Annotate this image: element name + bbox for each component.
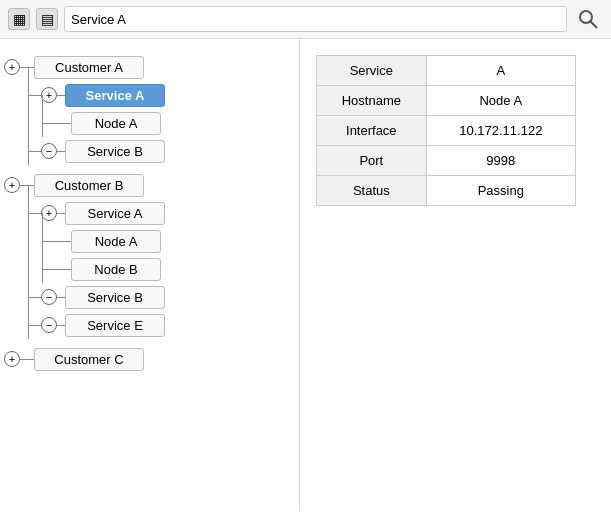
detail-value-3: 9998 <box>426 146 575 176</box>
collapse-all-button[interactable]: ▤ <box>36 8 58 30</box>
node-a-2-row: Node A <box>42 227 299 255</box>
customer-b-box[interactable]: Customer B <box>34 174 144 197</box>
search-icon <box>577 8 599 30</box>
service-a-2-toggle[interactable]: + <box>41 205 57 221</box>
h-connector3 <box>43 123 71 124</box>
detail-value-0: A <box>426 56 575 86</box>
service-e-box[interactable]: Service E <box>65 314 165 337</box>
tree-panel: + Customer A + Service A <box>0 39 300 510</box>
service-a-2-box[interactable]: Service A <box>65 202 165 225</box>
detail-row-4: StatusPassing <box>317 176 576 206</box>
detail-label-3: Port <box>317 146 427 176</box>
svg-line-1 <box>591 22 598 29</box>
detail-value-4: Passing <box>426 176 575 206</box>
detail-panel: ServiceAHostnameNode AInterface10.172.11… <box>300 39 611 510</box>
service-e-toggle[interactable]: − <box>41 317 57 333</box>
service-b-1-row: − Service B <box>28 137 299 165</box>
expand-all-button[interactable]: ▦ <box>8 8 30 30</box>
h-connector2 <box>57 95 65 96</box>
h-conn-b2 <box>57 213 65 214</box>
node-b-box[interactable]: Node B <box>71 258 161 281</box>
h-conn-b4 <box>43 269 71 270</box>
expand-icon: ▦ <box>13 11 26 27</box>
connector-line-b <box>20 185 34 186</box>
service-a-2-row: + Service A <box>28 199 299 227</box>
customer-a-section: + Customer A + Service A <box>0 53 299 165</box>
customer-c-toggle[interactable]: + <box>4 351 20 367</box>
service-a-1-toggle[interactable]: + <box>41 87 57 103</box>
search-input[interactable]: Service A <box>64 6 567 32</box>
detail-row-1: HostnameNode A <box>317 86 576 116</box>
node-b-row: Node B <box>42 255 299 283</box>
detail-label-0: Service <box>317 56 427 86</box>
h-conn-b6 <box>57 297 65 298</box>
detail-row-0: ServiceA <box>317 56 576 86</box>
h-conn-b7 <box>29 325 41 326</box>
collapse-icon: ▤ <box>41 11 54 27</box>
tree-container: + Customer A + Service A <box>0 47 299 383</box>
service-e-row: − Service E <box>28 311 299 339</box>
detail-table: ServiceAHostnameNode AInterface10.172.11… <box>316 55 576 206</box>
service-b-2-box[interactable]: Service B <box>65 286 165 309</box>
customer-c-section: + Customer C <box>0 345 299 373</box>
connector-line <box>20 67 34 68</box>
customer-c-box[interactable]: Customer C <box>34 348 144 371</box>
h-conn-b8 <box>57 325 65 326</box>
service-a-1-box[interactable]: Service A <box>65 84 165 107</box>
service-a-1-row: + Service A <box>28 81 299 109</box>
connector-line-c <box>20 359 34 360</box>
detail-label-4: Status <box>317 176 427 206</box>
node-a-1-row: Node A <box>42 109 299 137</box>
customer-b-section: + Customer B + Service A <box>0 171 299 339</box>
h-conn-b1 <box>29 213 41 214</box>
svg-point-0 <box>580 11 592 23</box>
toolbar: ▦ ▤ Service A <box>0 0 611 39</box>
node-a-2-box[interactable]: Node A <box>71 230 161 253</box>
customer-b-toggle[interactable]: + <box>4 177 20 193</box>
service-b-1-box[interactable]: Service B <box>65 140 165 163</box>
h-connector <box>29 95 41 96</box>
service-b-2-row: − Service B <box>28 283 299 311</box>
service-b-2-toggle[interactable]: − <box>41 289 57 305</box>
h-conn-b5 <box>29 297 41 298</box>
search-button[interactable] <box>573 6 603 32</box>
detail-label-1: Hostname <box>317 86 427 116</box>
detail-value-1: Node A <box>426 86 575 116</box>
node-a-1-box[interactable]: Node A <box>71 112 161 135</box>
h-connector5 <box>57 151 65 152</box>
detail-row-3: Port9998 <box>317 146 576 176</box>
detail-value-2: 10.172.11.122 <box>426 116 575 146</box>
h-conn-b3 <box>43 241 71 242</box>
customer-a-box[interactable]: Customer A <box>34 56 144 79</box>
main-layout: + Customer A + Service A <box>0 39 611 510</box>
detail-row-2: Interface10.172.11.122 <box>317 116 576 146</box>
service-b-1-toggle[interactable]: − <box>41 143 57 159</box>
h-connector4 <box>29 151 41 152</box>
customer-a-toggle[interactable]: + <box>4 59 20 75</box>
detail-label-2: Interface <box>317 116 427 146</box>
